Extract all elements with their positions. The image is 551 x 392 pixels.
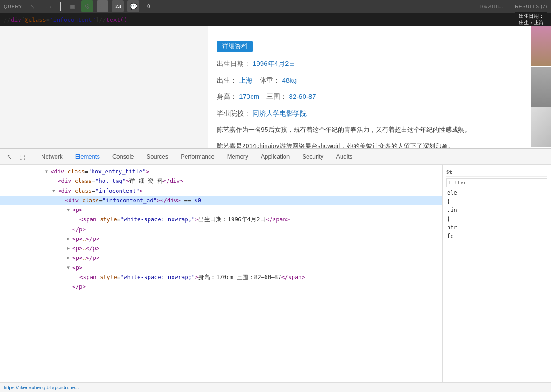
- tab-elements[interactable]: Elements: [69, 150, 106, 163]
- info-birth-date: 出生日期： 1996年4月2日: [217, 59, 515, 69]
- toolbar-separator: [60, 2, 61, 11]
- styles-title: St: [446, 168, 547, 177]
- html-line-2: <div class="hot_tag">详 细 资 料</div>: [0, 176, 442, 186]
- chat-icon[interactable]: 💬: [127, 0, 139, 12]
- query-text: //div[@class="infocontent"]//text(): [4, 16, 127, 23]
- badge-icon[interactable]: 23: [112, 0, 124, 12]
- result-line2: 出生：上海: [519, 20, 544, 26]
- query-label: QUERY: [4, 4, 22, 9]
- collapse-triangle-11[interactable]: ▼: [67, 264, 72, 271]
- style-line-4: .in: [446, 206, 547, 215]
- top-toolbar: QUERY ↖ ⬚ ▣ ⚙ ☰ 23 💬 0 1/9/2018... RESUL…: [0, 0, 551, 13]
- html-line-12: <span style="white-space: nowrap;">身高：17…: [0, 272, 442, 282]
- device-icon[interactable]: ▣: [66, 0, 78, 12]
- detail-badge: 详细资料: [217, 41, 253, 52]
- info-desc1: 陈艺嘉作为一名95后女孩，既有着这个年纪的青春活力，又有着超出这个年纪的性感成熟…: [217, 125, 515, 135]
- devtools-panel: ↖ ⬚ Network Elements Console Sources Per…: [0, 148, 551, 392]
- devtools-tabs: ↖ ⬚ Network Elements Console Sources Per…: [0, 149, 551, 165]
- color-icon[interactable]: ⚙: [81, 0, 93, 12]
- no-triangle-2: [52, 177, 58, 185]
- tabs-separator: [32, 152, 32, 161]
- tab-application[interactable]: Application: [255, 150, 296, 163]
- no-triangle-13: [67, 283, 72, 290]
- style-line-9: fo: [446, 232, 547, 241]
- style-line-6: }: [446, 215, 547, 224]
- cursor-small-icon[interactable]: ↖: [4, 151, 15, 163]
- info-school: 毕业院校： 同济大学电影学院: [217, 108, 515, 119]
- no-triangle-4: [60, 196, 65, 204]
- count-icon: 0: [143, 0, 154, 12]
- inspect-small-icon[interactable]: ⬚: [16, 151, 28, 163]
- style-line-1: ele: [446, 189, 547, 197]
- html-line-7: </p>: [0, 224, 442, 234]
- style-line-8: htr: [446, 224, 547, 232]
- tab-memory[interactable]: Memory: [221, 150, 255, 163]
- expand-triangle-8[interactable]: ▶: [67, 235, 72, 243]
- timestamp-label: 1/9/2018...: [479, 4, 503, 9]
- inspect-icon[interactable]: ⬚: [42, 0, 54, 12]
- html-line-11: ▼ <p>: [0, 263, 442, 272]
- no-triangle-6: [74, 215, 79, 223]
- info-birth-place: 出生： 上海 体重： 48kg: [217, 75, 515, 86]
- tab-network[interactable]: Network: [35, 150, 69, 163]
- right-thumb-2: [531, 67, 551, 107]
- styles-filter-input[interactable]: [446, 178, 547, 187]
- html-line-5: ▼ <p>: [0, 205, 442, 215]
- status-bar: https://likedaoheng.blog.csdn.he...: [0, 382, 551, 392]
- tab-performance[interactable]: Performance: [174, 150, 220, 163]
- result-line1: 出生日期：: [519, 13, 544, 19]
- styles-panel: St ele } .in } htr fo: [443, 165, 551, 382]
- html-line-10: ▶ <p>…</p>: [0, 253, 442, 262]
- html-line-13: </p>: [0, 282, 442, 291]
- right-thumb-3: [531, 107, 551, 148]
- settings-icon[interactable]: ☰: [97, 0, 108, 12]
- collapse-triangle-1[interactable]: ▼: [45, 168, 51, 175]
- html-line-4[interactable]: <div class="infocontent_ad"></div> == $0: [0, 196, 442, 205]
- tab-audits[interactable]: Audits: [330, 150, 359, 163]
- collapse-triangle-5[interactable]: ▼: [67, 206, 72, 214]
- html-line-1: ▼ <div class="box_entry_title">: [0, 167, 442, 176]
- collapse-triangle-3[interactable]: ▼: [52, 187, 58, 195]
- results-label: RESULTS (7): [515, 4, 547, 9]
- html-line-3: ▼ <div class="infocontent">: [0, 186, 442, 196]
- right-thumb-1: [531, 26, 551, 67]
- query-bar: //div[@class="infocontent"]//text() 出生日期…: [0, 13, 551, 26]
- status-url: https://likedaoheng.blog.csdn.he...: [4, 385, 79, 390]
- html-line-6: <span style="white-space: nowrap;">出生日期：…: [0, 215, 442, 224]
- info-height: 身高： 170cm 三围： 82-60-87: [217, 92, 515, 102]
- no-triangle-12: [74, 273, 79, 281]
- html-line-9: ▶ <p>…</p>: [0, 243, 442, 253]
- html-line-8: ▶ <p>…</p>: [0, 234, 442, 243]
- tab-security[interactable]: Security: [296, 150, 330, 163]
- devtools-content: ▼ <div class="box_entry_title"> <div cla…: [0, 165, 551, 382]
- tab-sources[interactable]: Sources: [140, 150, 175, 163]
- no-triangle-7: [67, 225, 72, 233]
- html-panel[interactable]: ▼ <div class="box_entry_title"> <div cla…: [0, 165, 443, 382]
- expand-triangle-10[interactable]: ▶: [67, 254, 72, 261]
- expand-triangle-9[interactable]: ▶: [67, 244, 72, 252]
- cursor-icon[interactable]: ↖: [27, 0, 38, 12]
- style-line-2: }: [446, 197, 547, 206]
- tab-console[interactable]: Console: [106, 150, 140, 163]
